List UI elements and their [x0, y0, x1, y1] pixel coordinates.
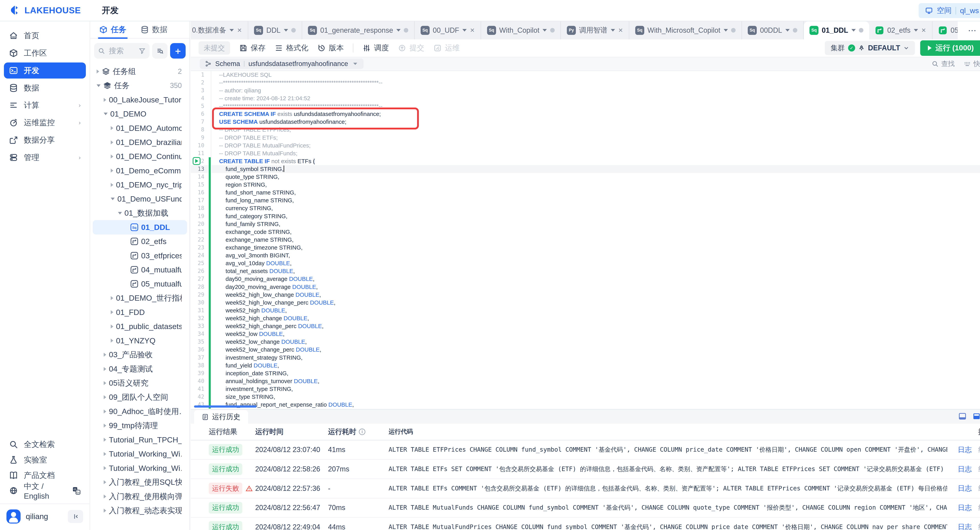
panel-expand-icon[interactable] [972, 412, 980, 421]
code-line[interactable]: 40 annual_holdings_turnover DOUBLE, [191, 377, 980, 385]
code-line[interactable]: 39 inception_date STRING, [191, 370, 980, 377]
tree-item[interactable]: 90_Adhoc_临时使用… [93, 405, 187, 419]
code-line[interactable]: 4-- create time: 2024-08-12 21:04:52 [191, 94, 980, 102]
code-line[interactable]: 41 investment_type STRING, [191, 385, 980, 393]
close-icon[interactable]: ✕ [237, 27, 242, 33]
close-icon[interactable]: ✕ [921, 27, 926, 33]
editor-tab-With_Microsoft_Copilot[interactable]: SqWith_Microsoft_Copilot [629, 21, 742, 40]
sql-code-editor[interactable]: 1--LAKEHOUSE SQL2--*********************… [191, 71, 980, 409]
editor-tab-0.数据准备[interactable]: 0.数据准备✕ [191, 21, 248, 40]
tree-item[interactable]: 01_YNZYQ [93, 333, 187, 348]
sidebar-item-monitor[interactable]: 运维监控› [4, 114, 86, 131]
code-line[interactable]: 7USE SCHEMA usfundsdatasetfromyahoofinan… [191, 118, 980, 126]
editor-tab-02_etfs[interactable]: 02_etfs✕ [869, 21, 932, 40]
tree-item[interactable]: 02_etfs [93, 235, 187, 249]
shortcuts-button[interactable]: 快捷键 [964, 59, 980, 68]
sidebar-item-home[interactable]: 首页 [4, 28, 86, 44]
code-line[interactable]: 36 week52_low_change_perc DOUBLE, [191, 346, 980, 354]
code-line[interactable]: 18 currency STRING, [191, 204, 980, 212]
list-search-button[interactable] [152, 43, 167, 59]
action-link-结果[interactable]: 结果 [978, 445, 980, 455]
tab-more-button[interactable]: ⋯ [968, 25, 976, 35]
tree-item[interactable]: 01_FDD [93, 305, 187, 319]
editor-tab-00_UDF[interactable]: Sq00_UDF✕ [415, 21, 481, 40]
tree-item[interactable]: 09_团队个人空间 [93, 390, 187, 404]
tree-item[interactable]: 05语义研究 [93, 376, 187, 390]
tree-item[interactable]: 01_DEMO_世行指标… [93, 291, 187, 305]
cluster-selector[interactable]: 集群 ✓ DEFAULT [825, 41, 915, 55]
code-line[interactable]: 29 week52_high_low_change DOUBLE, [191, 291, 980, 299]
close-icon[interactable]: ✕ [470, 27, 475, 33]
code-line[interactable]: 2--*************************************… [191, 79, 980, 87]
tree-item[interactable]: 04_mutualfunds [93, 263, 187, 277]
code-line[interactable]: 25 avg_vol_10day DOUBLE, [191, 259, 980, 267]
tree-item[interactable]: Tutorial_Working_Wi… [93, 461, 187, 475]
add-task-button[interactable]: ＋ [170, 43, 186, 59]
code-line[interactable]: 17 fund_long_name STRING, [191, 197, 980, 204]
tree-item[interactable]: 01_数据加载 [93, 206, 187, 220]
tab-run-history[interactable]: 运行历史 [194, 410, 248, 424]
code-line[interactable]: 5--*************************************… [191, 102, 980, 110]
tree-item[interactable]: 99_tmp待清理 [93, 419, 187, 433]
sidebar-item-share[interactable]: 数据分享 [4, 132, 86, 148]
tree-item[interactable]: 01_public_datasets [93, 319, 187, 333]
code-line[interactable]: 24 avg_vol_3month BIGINT, [191, 251, 980, 259]
avatar[interactable] [6, 509, 21, 524]
code-line[interactable]: 12CREATE TABLE IF not exists ETFs ( [191, 157, 980, 165]
tree-item[interactable]: 01_DEMO_nyc_trip… [93, 178, 187, 192]
tree-item[interactable]: 00_LakeJouse_Tutor… [93, 93, 187, 107]
tree-item[interactable]: 入门教程_使用SQL快速… [93, 475, 187, 489]
sidebar-footer-search[interactable]: 全文检索 [4, 436, 86, 452]
tree-item[interactable]: Sq01_DDL [93, 220, 187, 234]
editor-tab-00DDL[interactable]: Sq00DDL [742, 21, 804, 40]
code-line[interactable]: 20 fund_family STRING, [191, 220, 980, 228]
code-line[interactable]: 32 week52_high_change DOUBLE, [191, 314, 980, 322]
code-line[interactable]: 6CREATE SCHEMA IF exists usfundsdatasetf… [191, 110, 980, 118]
code-line[interactable]: 19 fund_category STRING, [191, 212, 980, 220]
tree-item[interactable]: 入门教程_使用横向弹… [93, 489, 187, 503]
code-line[interactable]: 38 fund_yield DOUBLE, [191, 362, 980, 370]
explorer-tab-数据[interactable]: 数据 [140, 21, 167, 38]
tree-item[interactable]: 任务组2 [93, 64, 187, 79]
tree-item[interactable]: 任务350 [93, 79, 187, 93]
tree-item[interactable]: 01_DEMO_Automo… [93, 121, 187, 135]
format-button[interactable]: 格式化 [275, 43, 309, 53]
code-line[interactable]: 37 investment_strategy STRING, [191, 354, 980, 362]
sidebar-item-terminal[interactable]: 开发 [4, 62, 86, 79]
code-line[interactable]: 8-- DROP TABLE ETFPrices; [191, 126, 980, 133]
horizontal-scrollbar[interactable] [194, 405, 256, 408]
code-line[interactable]: 30 week52_high_low_change_perc DOUBLE, [191, 299, 980, 306]
info-icon[interactable]: i [359, 428, 365, 435]
tree-item[interactable]: 01_Demo_USFund… [93, 192, 187, 206]
code-line[interactable]: 27 day50_moving_average DOUBLE, [191, 275, 980, 283]
code-line[interactable]: 35 week52_low_change DOUBLE, [191, 338, 980, 346]
save-button[interactable]: 保存 [239, 43, 266, 53]
action-link-日志[interactable]: 日志 [958, 503, 972, 513]
code-line[interactable]: 9-- DROP TABLE ETFs; [191, 134, 980, 141]
schedule-button[interactable]: 调度 [363, 43, 389, 53]
close-icon[interactable]: ✕ [618, 27, 623, 33]
sidebar-item-cube[interactable]: 工作区 [4, 45, 86, 61]
tree-item[interactable]: Tutorial_Run_TPCH_… [93, 433, 187, 447]
action-link-结果[interactable]: 结果 [978, 484, 980, 493]
code-line[interactable]: 21 exchange_code STRING, [191, 228, 980, 236]
code-line[interactable]: 26 total_net_assets DOUBLE, [191, 267, 980, 275]
search-input[interactable] [108, 46, 136, 56]
code-line[interactable]: 23 exchange_timezone STRING, [191, 244, 980, 251]
tree-item[interactable]: 03_产品验收 [93, 348, 187, 362]
action-link-结果[interactable]: 结果 [978, 522, 980, 530]
sidebar-item-database[interactable]: 数据 [4, 80, 86, 96]
run-button[interactable]: 运行 (1000) [920, 40, 980, 56]
code-line[interactable]: 11-- DROP TABLE MutualFunds; [191, 149, 980, 157]
code-line[interactable]: 1--LAKEHOUSE SQL [191, 71, 980, 79]
tree-item[interactable]: 入门教程_动态表实现… [93, 503, 187, 518]
editor-tab-调用智谱[interactable]: Py调用智谱✕ [561, 21, 629, 40]
editor-tab-With_Copilot[interactable]: SqWith_Copilot [481, 21, 561, 40]
tree-item[interactable]: 05_mutualfund… [93, 277, 187, 291]
tree-item[interactable]: 01_DEMO_brazilian… [93, 135, 187, 149]
tree-item[interactable]: 04_专题测试 [93, 362, 187, 376]
schema-selector[interactable]: Schema usfundsdatasetfromyahoofinance [200, 59, 364, 69]
sidebar-item-compute[interactable]: 计算› [4, 97, 86, 113]
code-line[interactable]: 13 fund_symbol STRING, [191, 165, 980, 173]
version-button[interactable]: 版本 [317, 43, 344, 53]
